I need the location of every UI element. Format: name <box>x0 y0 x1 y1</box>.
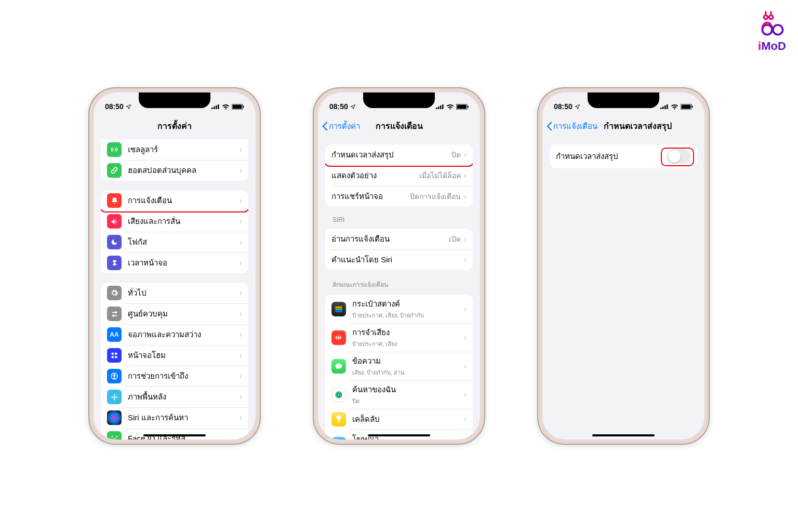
phone-frame-3: 08:50 การแจ้งเตือน กำหนดเวลาส่งสรุป <box>537 87 710 445</box>
row-summary-toggle[interactable]: กำหนดเวลาส่งสรุป <box>550 144 697 168</box>
row-faceid[interactable]: Face ID และรหัส › <box>101 428 248 440</box>
row-cellular[interactable]: เซลลูลาร์ › <box>101 139 248 160</box>
back-label: การตั้งค่า <box>329 120 360 132</box>
back-button[interactable]: การแจ้งเตือน <box>547 120 597 132</box>
row-label: อ่านการแจ้งเตือน <box>331 233 449 245</box>
row-general[interactable]: ทั่วไป › <box>101 283 248 303</box>
home-indicator[interactable] <box>143 434 206 436</box>
back-label: การแจ้งเตือน <box>553 120 597 132</box>
status-right <box>436 104 469 110</box>
row-app-messages[interactable]: ข้อความเสียง, ป้ายกำกับ, อ่าน › <box>325 352 473 380</box>
row-screen-share[interactable]: การแชร์หน้าจอ ปิดการแจ้งเตือน › <box>325 186 473 207</box>
row-label: การแชร์หน้าจอ <box>331 190 410 203</box>
chevron-right-icon: › <box>464 362 467 371</box>
row-label: ภาพพื้นหลัง <box>128 391 240 403</box>
toggle-switch[interactable] <box>667 149 691 164</box>
svg-rect-23 <box>438 107 440 109</box>
home-indicator[interactable] <box>368 434 430 436</box>
svg-rect-6 <box>243 105 244 108</box>
face-icon <box>107 431 122 440</box>
row-value: ปิดการแจ้งเตือน <box>410 191 461 202</box>
chevron-right-icon: › <box>240 145 242 154</box>
svg-point-18 <box>111 396 113 397</box>
svg-rect-37 <box>664 105 666 109</box>
status-time: 08:50 <box>329 102 348 111</box>
hourglass-icon <box>107 256 122 270</box>
svg-point-7 <box>115 312 116 313</box>
chevron-right-icon: › <box>240 392 242 402</box>
chevron-right-icon: › <box>240 371 242 381</box>
chevron-right-icon: › <box>464 255 467 264</box>
svg-rect-11 <box>112 356 114 358</box>
row-screentime[interactable]: เวลาหน้าจอ › <box>101 252 248 273</box>
svg-rect-0 <box>211 108 213 109</box>
svg-point-34 <box>338 394 340 395</box>
row-label: ฮอตสปอตส่วนบุคคล <box>128 164 240 177</box>
page-title: กำหนดเวลาส่งสรุป <box>604 119 672 132</box>
chevron-right-icon: › <box>464 415 467 424</box>
location-icon <box>126 104 131 110</box>
row-label: การแจ้งเตือน <box>128 194 240 207</box>
chevron-right-icon: › <box>464 333 467 342</box>
settings-list[interactable]: เซลลูลาร์ › ฮอตสปอตส่วนบุคคล › การแจ้งเต… <box>94 137 256 440</box>
row-announce[interactable]: อ่านการแจ้งเตือน เปิด › <box>325 229 473 249</box>
aa-icon: AA <box>107 327 122 342</box>
summary-settings: กำหนดเวลาส่งสรุป <box>542 137 704 440</box>
row-display[interactable]: AA จอภาพและความสว่าง › <box>101 324 248 345</box>
row-focus[interactable]: โฟกัส › <box>101 232 248 252</box>
row-hotspot[interactable]: ฮอตสปอตส่วนบุคคล › <box>101 160 248 181</box>
row-siri-suggestions[interactable]: คำแนะนำโดย Siri › <box>325 249 473 270</box>
siri-icon <box>107 410 122 425</box>
row-controlcenter[interactable]: ศูนย์ควบคุม › <box>101 303 248 324</box>
sliders-icon <box>107 307 122 321</box>
row-sounds[interactable]: เสียงและการสั่น › <box>101 211 248 232</box>
row-notifications[interactable]: การแจ้งเตือน › <box>101 190 248 211</box>
signal-icon <box>211 104 220 109</box>
bell-icon <box>107 193 122 208</box>
watermark: iMoD <box>757 10 787 53</box>
nav-bar: การตั้งค่า <box>94 115 256 137</box>
chevron-right-icon: › <box>464 304 467 314</box>
row-app-tips[interactable]: เคล็ดลับ › <box>325 409 473 430</box>
row-show-preview[interactable]: แสดงตัวอย่าง เมื่อไม่ได้ล็อค › <box>325 165 473 186</box>
watermark-logo-icon <box>757 10 787 39</box>
svg-point-19 <box>116 396 117 397</box>
svg-rect-40 <box>682 104 691 109</box>
chevron-right-icon: › <box>464 390 467 400</box>
row-app-findmy[interactable]: ค้นหาของฉันปิด › <box>325 380 473 409</box>
row-label: กระเป๋าสตางค์ป้ายประกาศ, เสียง, ป้ายกำกั… <box>352 298 464 320</box>
row-summary-schedule[interactable]: กำหนดเวลาส่งสรุป ปิด › <box>325 144 473 165</box>
row-accessibility[interactable]: การช่วยการเข้าถึง › <box>101 366 248 387</box>
svg-rect-10 <box>115 353 117 355</box>
chevron-right-icon: › <box>240 166 242 175</box>
chevron-right-icon: › <box>240 217 242 226</box>
svg-rect-31 <box>335 310 342 312</box>
svg-rect-30 <box>335 308 342 310</box>
row-homescreen[interactable]: หน้าจอโฮม › <box>101 345 248 366</box>
svg-rect-22 <box>436 108 437 109</box>
chevron-left-icon <box>322 122 328 131</box>
chevron-right-icon: › <box>464 192 467 201</box>
nav-bar: การแจ้งเตือน กำหนดเวลาส่งสรุป <box>542 115 704 137</box>
svg-rect-29 <box>335 306 342 308</box>
chevron-right-icon: › <box>240 351 242 360</box>
row-value: ปิด <box>451 149 461 161</box>
chevron-right-icon: › <box>240 196 242 205</box>
screen-3: 08:50 การแจ้งเตือน กำหนดเวลาส่งสรุป <box>542 92 704 440</box>
signal-icon <box>660 104 669 109</box>
svg-point-20 <box>113 438 114 438</box>
row-label: ทั่วไป <box>128 287 240 299</box>
section-header-siri: SIRI <box>332 216 466 223</box>
row-siri[interactable]: Siri และการค้นหา › <box>101 407 248 428</box>
back-button[interactable]: การตั้งค่า <box>322 120 360 132</box>
notifications-list[interactable]: กำหนดเวลาส่งสรุป ปิด › แสดงตัวอย่าง เมื่… <box>318 137 480 440</box>
svg-point-43 <box>773 25 783 35</box>
home-indicator[interactable] <box>592 434 655 436</box>
row-app-voice[interactable]: การจำเสียงป้ายประกาศ, เสียง › <box>325 323 473 352</box>
row-wallpaper[interactable]: ภาพพื้นหลัง › <box>101 387 248 407</box>
row-app-wallet[interactable]: กระเป๋าสตางค์ป้ายประกาศ, เสียง, ป้ายกำกั… <box>325 295 473 323</box>
chevron-right-icon: › <box>240 237 242 247</box>
svg-rect-28 <box>468 105 469 108</box>
chevron-right-icon: › <box>240 288 242 298</box>
row-label: การจำเสียงป้ายประกาศ, เสียง <box>352 326 464 349</box>
